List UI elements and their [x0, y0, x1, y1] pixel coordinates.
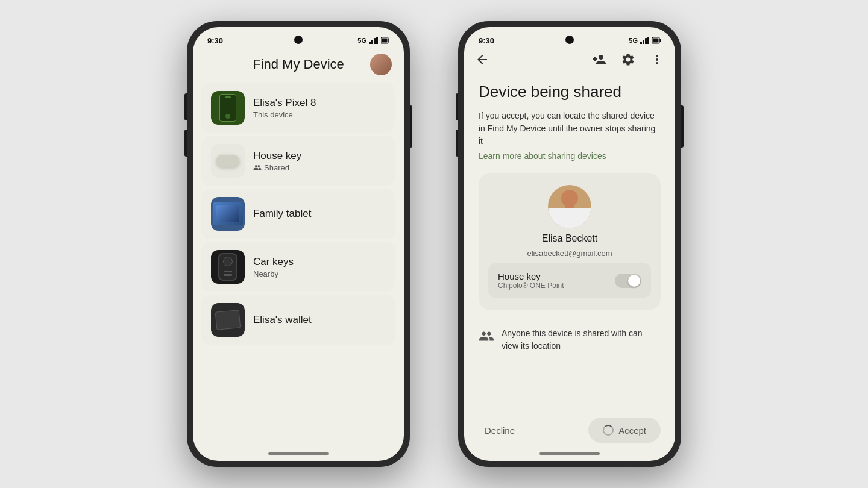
device-name-tablet: Family tablet [253, 208, 386, 220]
share-content: Device being shared If you accept, you c… [464, 73, 675, 410]
device-list: Elisa's Pixel 8 This device House key Sh… [193, 83, 404, 345]
phone2: 9:30 5G [458, 21, 681, 467]
svg-rect-10 [647, 37, 649, 44]
network-icon-1: 5G [357, 37, 366, 44]
svg-rect-1 [371, 40, 373, 44]
device-item-housekey[interactable]: House key Shared [201, 136, 395, 186]
device-name-pixel8: Elisa's Pixel 8 [253, 97, 386, 109]
learn-more-link[interactable]: Learn more about sharing devices [479, 151, 661, 161]
phone1: 9:30 5G Find My Device [187, 21, 410, 467]
device-item-pixel8[interactable]: Elisa's Pixel 8 This device [201, 83, 395, 133]
battery-icon-1 [381, 37, 389, 44]
owner-avatar [548, 185, 591, 228]
battery-icon-2 [652, 37, 661, 44]
svg-rect-9 [645, 38, 647, 44]
shared-device-type: Chipolo® ONE Point [498, 281, 564, 290]
status-time-2: 9:30 [479, 36, 494, 45]
svg-rect-13 [653, 39, 659, 43]
device-item-tablet[interactable]: Family tablet [201, 189, 395, 239]
device-name-housekey: House key [253, 150, 386, 162]
more-options-button[interactable] [649, 51, 665, 68]
svg-rect-12 [660, 39, 661, 42]
device-item-carkeys[interactable]: Car keys Nearby [201, 242, 395, 292]
back-button[interactable] [474, 51, 491, 68]
svg-rect-6 [382, 39, 388, 43]
share-description: If you accept, you can locate the shared… [479, 110, 661, 148]
status-icons-1: 5G [357, 37, 389, 44]
home-indicator-2 [539, 452, 600, 455]
owner-email: elisabeckett@gmail.com [527, 249, 612, 258]
shared-device-info: House key Chipolo® ONE Point [498, 271, 564, 290]
group-icon [479, 328, 494, 348]
device-sub-carkeys: Nearby [253, 269, 386, 278]
signal-icon-1 [369, 37, 379, 44]
share-title: Device being shared [479, 83, 661, 101]
device-info-tablet: Family tablet [253, 208, 386, 220]
camera-notch [294, 36, 303, 44]
shared-icon [253, 163, 262, 172]
shared-device-name: House key [498, 271, 564, 281]
device-icon-tablet [211, 197, 245, 231]
device-icon-carkeys [211, 250, 245, 284]
device-sub-housekey: Shared [253, 163, 386, 172]
svg-rect-2 [374, 38, 376, 44]
decline-button[interactable]: Decline [479, 419, 521, 442]
status-time-1: 9:30 [207, 36, 223, 45]
device-icon-housekey [211, 144, 245, 178]
svg-rect-3 [376, 37, 378, 44]
user-avatar-1[interactable] [370, 54, 392, 75]
svg-rect-5 [389, 39, 390, 42]
app-header-1: Find My Device [193, 49, 404, 83]
device-info-housekey: House key Shared [253, 150, 386, 172]
accept-button[interactable]: Accept [588, 418, 661, 443]
device-name-wallet: Elisa's wallet [253, 314, 386, 326]
app-title-1: Find My Device [253, 57, 344, 72]
add-person-button[interactable] [591, 51, 608, 68]
network-icon-2: 5G [629, 37, 638, 44]
owner-name: Elisa Beckett [542, 233, 597, 244]
signal-icon-2 [640, 37, 650, 44]
shared-device-row[interactable]: House key Chipolo® ONE Point [488, 263, 651, 298]
header-actions [591, 51, 665, 68]
svg-rect-7 [640, 42, 642, 44]
device-sub-pixel8: This device [253, 110, 386, 119]
device-info-pixel8: Elisa's Pixel 8 This device [253, 97, 386, 119]
accept-label: Accept [618, 425, 646, 436]
camera-notch-2 [565, 36, 574, 44]
back-header [464, 49, 675, 73]
device-name-carkeys: Car keys [253, 256, 386, 268]
device-info-wallet: Elisa's wallet [253, 314, 386, 326]
notice-text: Anyone this device is shared with can vi… [502, 327, 661, 352]
svg-rect-8 [643, 40, 644, 44]
settings-button[interactable] [620, 51, 637, 68]
device-toggle[interactable] [615, 274, 641, 288]
device-icon-wallet [211, 303, 245, 337]
owner-card: Elisa Beckett elisabeckett@gmail.com Hou… [479, 173, 661, 310]
status-icons-2: 5G [629, 37, 661, 44]
device-item-wallet[interactable]: Elisa's wallet [201, 295, 395, 345]
loading-spinner [603, 425, 614, 436]
svg-rect-0 [369, 42, 371, 44]
device-info-carkeys: Car keys Nearby [253, 256, 386, 278]
share-notice: Anyone this device is shared with can vi… [479, 322, 661, 357]
home-indicator-1 [268, 452, 329, 455]
device-icon-pixel8 [211, 91, 245, 125]
